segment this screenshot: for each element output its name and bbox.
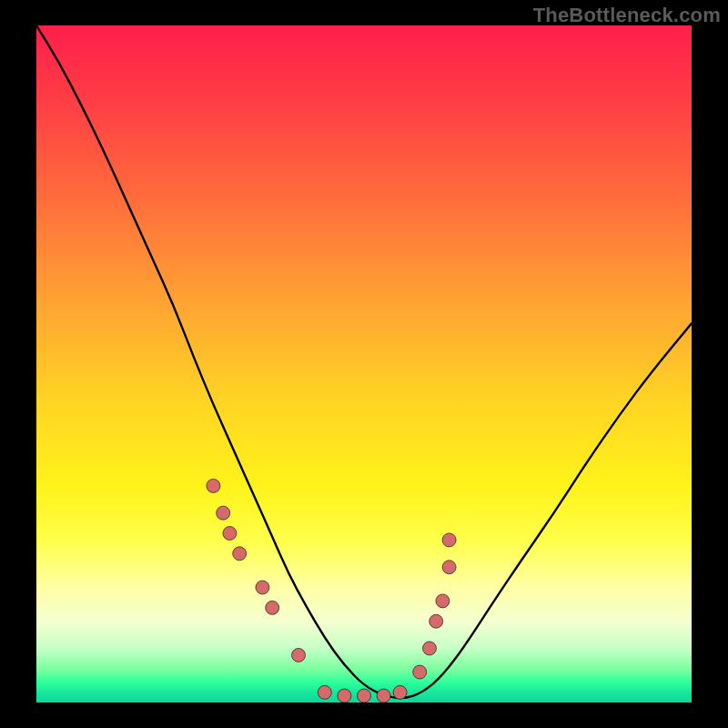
chart-svg xyxy=(36,25,692,703)
marker-dot xyxy=(266,601,279,614)
marker-dot xyxy=(430,614,443,628)
marker-dot xyxy=(423,642,437,655)
marker-dot xyxy=(217,506,230,520)
marker-dot xyxy=(413,665,427,679)
marker-dot xyxy=(377,689,390,703)
marker-dot xyxy=(436,594,450,608)
marker-dot xyxy=(358,689,371,703)
watermark-text: TheBottleneck.com xyxy=(533,4,721,27)
marker-dot xyxy=(442,561,456,574)
marker-dot xyxy=(233,547,247,561)
marker-dot xyxy=(442,533,456,547)
marker-dot xyxy=(256,581,269,594)
plot-area xyxy=(36,25,692,703)
marker-dot xyxy=(207,479,220,492)
bottleneck-curve xyxy=(36,25,692,698)
chart-frame: TheBottleneck.com xyxy=(0,0,728,728)
marker-dot xyxy=(318,685,331,699)
marker-dot xyxy=(338,689,351,703)
marker-dot xyxy=(292,648,306,662)
marker-group xyxy=(207,479,456,703)
marker-dot xyxy=(223,527,237,541)
marker-dot xyxy=(393,685,407,699)
